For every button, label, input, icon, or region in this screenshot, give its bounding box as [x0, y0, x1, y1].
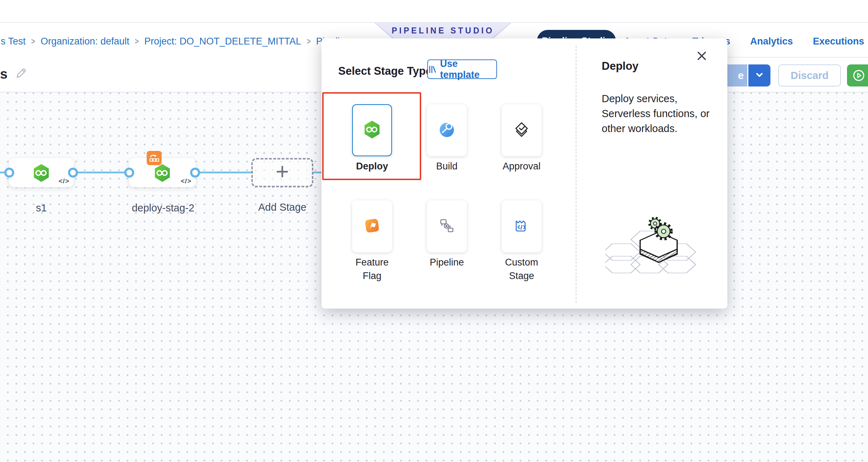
edit-pencil-icon[interactable]: [15, 67, 27, 81]
pipeline-studio-banner: PIPELINE STUDIO: [375, 23, 511, 40]
pipeline-name-fragment: s: [0, 67, 7, 82]
nav-analytics[interactable]: Analytics: [750, 36, 793, 47]
add-stage-button[interactable]: +: [251, 158, 313, 187]
close-icon[interactable]: [694, 48, 709, 63]
pipeline-edge: [194, 172, 252, 173]
selection-annotation-rectangle: [322, 92, 421, 180]
pipeline-studio-banner-label: PIPELINE STUDIO: [375, 23, 511, 39]
harness-cd-icon: [153, 163, 171, 184]
nav-underline: [727, 57, 868, 58]
custom-stage-icon: [513, 217, 530, 236]
stage-type-label: Feature Flag: [345, 256, 399, 283]
modal-panel-divider: [576, 46, 576, 303]
yaml-code-chip[interactable]: </>: [59, 177, 69, 185]
use-template-label: Use template: [440, 58, 496, 80]
breadcrumb-separator: >: [307, 36, 310, 46]
play-circle-icon: [852, 69, 866, 82]
stage-type-pipeline[interactable]: [427, 200, 467, 252]
stage-type-custom-stage[interactable]: [502, 200, 542, 252]
harness-cd-icon: [32, 163, 50, 184]
node-port[interactable]: [124, 168, 134, 178]
propagate-stage-badge-icon: [147, 151, 162, 165]
template-library-icon: [428, 65, 436, 74]
stage-node-s1[interactable]: </>: [9, 158, 74, 187]
pipeline-chain-icon: [438, 217, 456, 236]
plus-icon: +: [276, 160, 289, 183]
detail-panel-title: Deploy: [602, 60, 638, 73]
breadcrumb-separator: >: [31, 36, 35, 46]
nav-executions[interactable]: Executions: [813, 36, 864, 47]
use-template-button[interactable]: Use template: [427, 59, 497, 79]
stage-type-label: Custom Stage: [495, 256, 548, 283]
harness-ci-icon: [438, 121, 456, 140]
pipeline-edge: [73, 172, 130, 173]
chevron-down-icon: [755, 70, 764, 81]
run-button[interactable]: Run: [847, 64, 868, 86]
breadcrumb-separator: >: [135, 36, 139, 46]
approval-check-icon: [513, 121, 530, 140]
stage-type-label: Approval: [495, 159, 548, 173]
modal-title: Select Stage Type: [338, 65, 432, 78]
feature-flag-icon: [363, 217, 381, 236]
stage-node-label: s1: [9, 202, 74, 214]
pipeline-studio-page: s Test > Organization: default > Project…: [0, 0, 868, 462]
node-port[interactable]: [190, 168, 200, 178]
add-stage-label: Add Stage: [251, 201, 313, 213]
stage-type-label: Pipeline: [420, 256, 474, 269]
detail-panel-description: Deploy services, Serverless functions, o…: [602, 91, 714, 136]
node-port[interactable]: [4, 168, 14, 178]
yaml-code-chip[interactable]: </>: [181, 177, 192, 185]
header-divider: [0, 22, 868, 23]
save-options-button[interactable]: [748, 64, 770, 86]
stage-node-deploy-stag-2[interactable]: </>: [129, 158, 196, 187]
stage-type-approval[interactable]: [502, 104, 542, 156]
stage-type-feature-flag[interactable]: [352, 200, 392, 252]
breadcrumb-item-organization[interactable]: Organization: default: [41, 36, 129, 47]
breadcrumb-item-project[interactable]: Project: DO_NOT_DELETE_MITTAL: [144, 36, 301, 47]
deploy-illustration: [605, 206, 712, 279]
node-port[interactable]: [68, 168, 78, 178]
pipeline-title-row: s: [0, 66, 27, 82]
stage-type-build[interactable]: [427, 104, 467, 156]
stage-node-label: deploy-stag-2: [124, 202, 202, 214]
breadcrumb-item-account[interactable]: s Test: [1, 36, 26, 47]
breadcrumb: s Test > Organization: default > Project…: [1, 35, 350, 48]
save-button[interactable]: e: [727, 64, 747, 86]
stage-type-label: Build: [420, 159, 474, 173]
discard-button[interactable]: Discard: [778, 64, 841, 86]
